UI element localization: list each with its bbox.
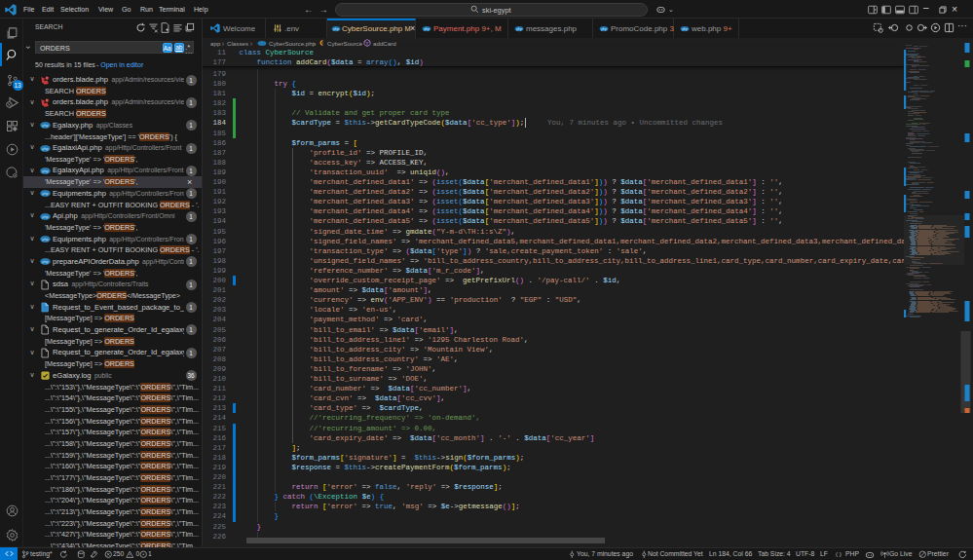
svg-text:php: php (42, 260, 48, 264)
svg-text:php: php (42, 169, 48, 173)
svg-text:php: php (42, 124, 48, 128)
svg-text:php: php (42, 192, 48, 196)
svg-text:php: php (333, 26, 339, 30)
svg-text:php: php (42, 146, 48, 150)
svg-text:php: php (42, 238, 48, 242)
svg-text:php: php (424, 26, 430, 30)
svg-text:php: php (601, 26, 607, 30)
svg-text:php: php (42, 215, 48, 219)
svg-text:php: php (682, 26, 688, 30)
svg-text:php: php (516, 26, 522, 30)
